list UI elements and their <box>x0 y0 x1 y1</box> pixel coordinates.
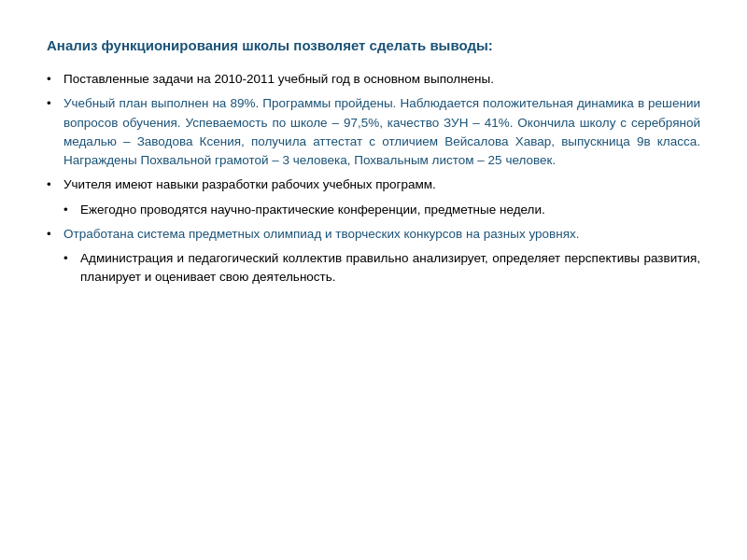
page: Анализ функционирования школы позволяет … <box>0 0 747 560</box>
bullet-text: Отработана система предметных олимпиад и… <box>63 225 700 244</box>
bullet-dot: • <box>47 225 60 244</box>
bullet-dot: • <box>47 94 60 113</box>
bullet-item: •Администрация и педагогический коллекти… <box>47 249 700 287</box>
content-area: •Поставленные задачи на 2010-2011 учебны… <box>47 70 700 287</box>
bullet-item: •Учебный план выполнен на 89%. Программы… <box>47 94 700 170</box>
bullet-item: •Ежегодно проводятся научно-практические… <box>47 201 700 219</box>
bullet-item: •Учителя имеют навыки разработки рабочих… <box>47 175 700 194</box>
bullet-item: •Поставленные задачи на 2010-2011 учебны… <box>47 70 700 89</box>
bullet-dot: • <box>63 201 77 219</box>
page-title: Анализ функционирования школы позволяет … <box>47 37 700 53</box>
bullet-text: Администрация и педагогический коллектив… <box>80 249 700 287</box>
bullet-item: •Отработана система предметных олимпиад … <box>47 225 700 244</box>
bullet-dot: • <box>47 70 60 89</box>
bullet-dot: • <box>47 175 60 194</box>
bullet-text: Учителя имеют навыки разработки рабочих … <box>63 175 700 194</box>
bullet-text: Ежегодно проводятся научно-практические … <box>80 201 700 219</box>
bullet-text: Учебный план выполнен на 89%. Программы … <box>63 94 700 170</box>
bullet-dot: • <box>63 249 77 268</box>
bullet-text: Поставленные задачи на 2010-2011 учебный… <box>63 70 700 89</box>
